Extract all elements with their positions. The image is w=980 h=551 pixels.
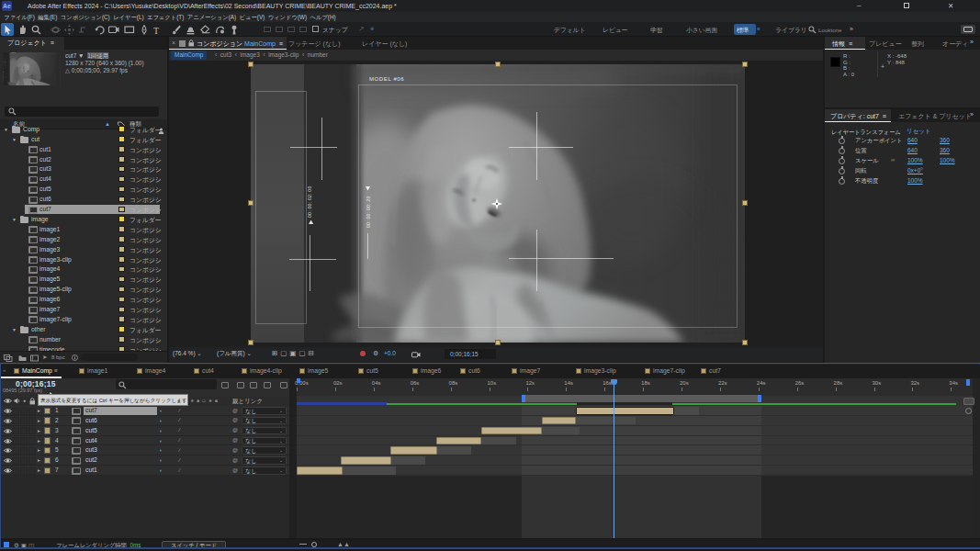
svg-text:00: 00: 00: 20: 00: 00: 00: 20 — [366, 196, 371, 228]
svg-text:MODEL #06: MODEL #06 — [369, 76, 404, 82]
svg-text:T: T — [153, 25, 159, 35]
svg-text:00: 00: 02: 00: 00: 00: 02: 00 — [307, 186, 312, 218]
